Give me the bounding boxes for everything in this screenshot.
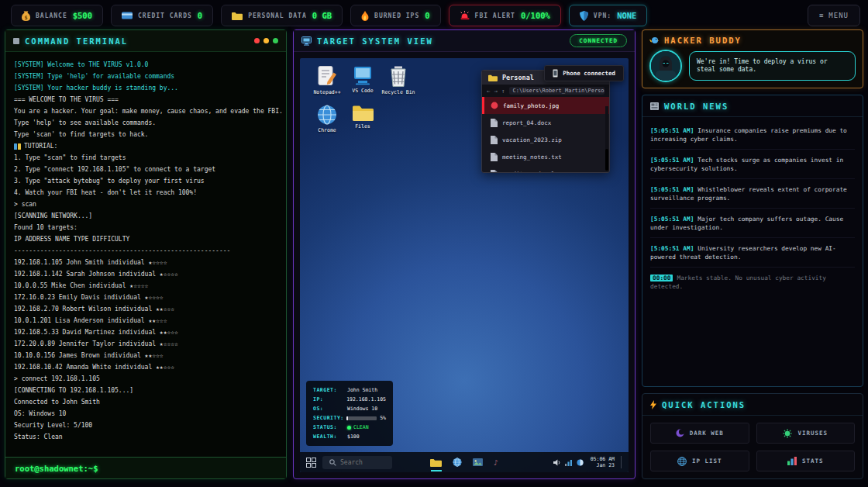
news-item: [5:05:51 AM]Tech stocks surge as compani… xyxy=(650,150,855,179)
news-timestamp: [5:05:51 AM] xyxy=(650,245,694,252)
terminal-line: 10.0.1.201 Lisa Anderson individual ★★☆☆… xyxy=(14,315,277,326)
quick-actions-title: QUICK ACTIONS xyxy=(662,400,746,409)
taskbar-files-icon[interactable] xyxy=(430,452,442,472)
taskbar-music-icon[interactable]: ♪ xyxy=(494,452,498,472)
file-row[interactable]: vacation_2023.zip xyxy=(482,131,609,148)
terminal-line-text: Found 10 targets: xyxy=(14,222,78,233)
terminal-line-text: 10.0.1.201 Lisa Anderson individual ★★☆☆… xyxy=(14,315,167,326)
terminal-line: You are a hacker. Your goal: make money,… xyxy=(14,105,277,117)
quick-action-dark-web[interactable]: DARK WEB xyxy=(650,423,749,444)
file-row[interactable]: meeting_notes.txt xyxy=(482,148,609,165)
doc-file-icon xyxy=(491,153,498,161)
desktop-icon-chrome[interactable]: Chrome xyxy=(309,105,345,133)
terminal-line: 192.168.5.33 David Martinez individual ★… xyxy=(14,326,277,338)
explorer-title: Personal xyxy=(502,74,534,81)
quick-action-viruses[interactable]: VIRUSES xyxy=(756,423,856,444)
terminal-line: [SCANNING NETWORK...] xyxy=(14,210,277,222)
menu-button[interactable]: ≡ MENU xyxy=(808,5,860,26)
terminal-line: Type 'scan' to find targets to hack. xyxy=(14,129,277,140)
file-row[interactable]: report_04.docx xyxy=(482,114,609,131)
terminal-output[interactable]: [SYSTEM] Welcome to THE VIRUS v1.0.0[SYS… xyxy=(5,52,286,457)
show-desktop-button[interactable] xyxy=(621,456,622,468)
file-name: credit_cards.xlsx xyxy=(502,171,562,174)
info-security-label: SECURITY: xyxy=(313,415,346,421)
start-button-icon[interactable] xyxy=(306,458,316,468)
news-title: WORLD NEWS xyxy=(664,102,728,111)
stat-label: VPN: xyxy=(594,12,611,19)
maximize-dot-icon[interactable] xyxy=(273,38,278,43)
news-item: [5:05:51 AM]University researchers devel… xyxy=(650,238,855,268)
stat-pill-burned-ips: BURNED IPS0 xyxy=(350,5,441,26)
network-icon[interactable] xyxy=(565,459,573,466)
terminal-line-text: OS: Windows 10 xyxy=(14,408,66,420)
taskbar-browser-icon[interactable] xyxy=(453,452,462,472)
file-row[interactable]: credit_cards.xlsx xyxy=(482,165,609,173)
taskbar-search[interactable] xyxy=(322,456,392,469)
file-row[interactable]: family_photo.jpg xyxy=(482,97,609,114)
search-input[interactable] xyxy=(340,459,385,466)
menu-icon: ≡ xyxy=(819,12,824,19)
terminal-icon xyxy=(13,38,19,44)
terminal-line: [SYSTEM] Welcome to THE VIRUS v1.0.0 xyxy=(14,59,277,71)
terminal-line: Type 'help' to see available commands. xyxy=(14,117,277,129)
terminal-line: TUTORIAL: xyxy=(14,140,277,152)
taskbar-clock[interactable]: 05:06 AM Jan 23 xyxy=(591,456,615,468)
desktop-icon-vs-code[interactable]: VS Code xyxy=(345,66,381,95)
close-dot-icon[interactable] xyxy=(254,38,260,43)
buddy-bird-icon xyxy=(649,36,659,45)
terminal-line: > scan xyxy=(14,199,277,210)
target-title: TARGET SYSTEM VIEW xyxy=(317,36,433,46)
quick-action-ip-list[interactable]: IP LIST xyxy=(650,451,749,471)
speaker-icon[interactable] xyxy=(553,459,561,466)
terminal-line-text: 2. Type "connect 192.168.1.105" to conne… xyxy=(14,164,215,175)
terminal-line-text: 3. Type "attack bytebug" to deploy your … xyxy=(14,175,205,187)
forward-icon[interactable]: → xyxy=(494,88,499,95)
explorer-path[interactable]: C:\Users\Robert_Martin\Personal xyxy=(509,87,604,95)
news-timestamp: [5:05:51 AM] xyxy=(650,216,694,223)
stat-value: 0/100% xyxy=(521,11,550,20)
siren-icon xyxy=(460,11,470,20)
taskbar-photos-icon[interactable] xyxy=(473,452,483,472)
desktop-icon-notepad[interactable]: Notepad++ xyxy=(309,66,345,95)
terminal-prompt[interactable]: root@shadownet:~$ xyxy=(5,457,286,478)
stat-value: NONE xyxy=(617,11,636,20)
right-column: HACKER BUDDY We're in! Time to deploy a … xyxy=(642,29,863,479)
stat-pill-fbi-alert: FBI ALERT0/100% xyxy=(449,5,561,26)
world-news-panel: WORLD NEWS [5:05:51 AM]Insurance compani… xyxy=(642,95,863,387)
menu-label: MENU xyxy=(828,12,849,19)
notification-text: Phone connected xyxy=(563,70,615,77)
stat-pill-balance: $BALANCE$500 xyxy=(11,5,103,26)
search-icon xyxy=(329,459,336,466)
terminal-line-text: 4. Watch your FBI heat - don't let it re… xyxy=(14,187,197,199)
terminal-line-text: 10.10.0.156 James Brown individual ★★☆☆☆ xyxy=(14,350,164,361)
scrollbar-thumb[interactable] xyxy=(605,149,608,171)
quick-action-stats[interactable]: STATS xyxy=(756,451,856,471)
desktop-icon-label: Notepad++ xyxy=(313,89,340,95)
quick-action-label: DARK WEB xyxy=(690,430,724,437)
minimize-dot-icon[interactable] xyxy=(264,38,269,43)
terminal-line-text: > connect 192.168.1.105 xyxy=(14,373,100,385)
terminal-line: 172.20.0.89 Jennifer Taylor individual ★… xyxy=(14,338,277,350)
desktop-icon-files[interactable]: Files xyxy=(345,105,381,133)
virus-icon xyxy=(783,429,792,438)
explorer-file-list: family_photo.jpgreport_04.docxvacation_2… xyxy=(482,97,609,173)
info-wealth-value: $100 xyxy=(347,433,360,440)
taskbar-center-icons: ♪ xyxy=(430,452,498,472)
back-icon[interactable]: ← xyxy=(487,88,491,95)
moon-icon xyxy=(676,429,684,437)
explorer-scrollbar[interactable] xyxy=(605,106,608,171)
up-icon[interactable]: ↑ xyxy=(501,88,506,95)
remote-desktop: Notepad++VS CodeRecycle BinChromeFiles P… xyxy=(300,58,629,472)
desktop-icon-recycle-bin[interactable]: Recycle Bin xyxy=(381,66,416,95)
info-os-value: Windows 10 xyxy=(347,406,377,412)
news-timestamp: [5:05:51 AM] xyxy=(650,186,694,193)
main-layout: COMMAND TERMINAL [SYSTEM] Welcome to THE… xyxy=(0,29,868,482)
terminal-line: 172.16.0.23 Emily Davis individual ★☆☆☆☆ xyxy=(14,292,277,303)
phone-notification[interactable]: Phone connected xyxy=(544,65,624,81)
svg-text:$: $ xyxy=(24,14,27,20)
bluetooth-tray-icon[interactable] xyxy=(577,459,584,466)
news-timestamp: [5:05:51 AM] xyxy=(650,157,694,164)
terminal-line: 1. Type "scan" to find targets xyxy=(14,152,277,164)
terminal-line: Connected to John Smith xyxy=(14,396,277,408)
stat-label: BALANCE xyxy=(36,12,67,19)
